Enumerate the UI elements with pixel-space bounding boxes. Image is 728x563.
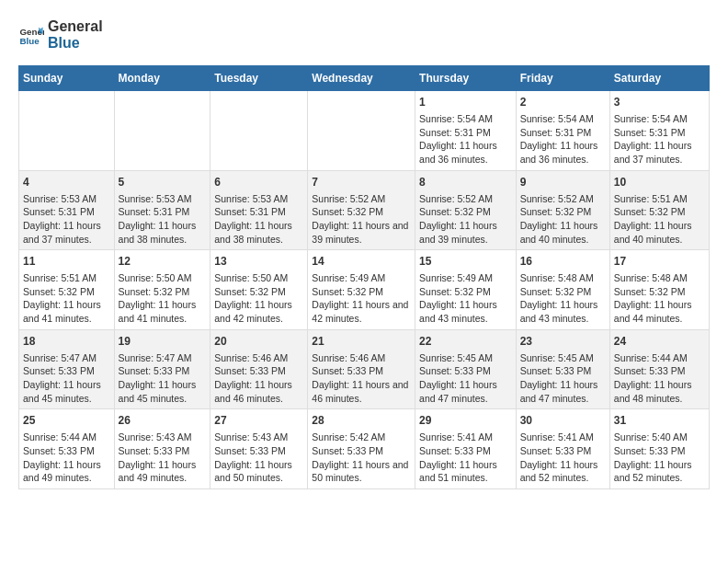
day-number: 7 [312,175,411,190]
day-number: 23 [520,334,606,350]
day-number: 15 [419,254,512,270]
day-info: Sunrise: 5:53 AM Sunset: 5:31 PM Dayligh… [119,192,207,247]
col-header-tuesday: Tuesday [210,66,308,91]
day-cell: 18Sunrise: 5:47 AM Sunset: 5:33 PM Dayli… [19,329,115,409]
day-info: Sunrise: 5:41 AM Sunset: 5:33 PM Dayligh… [419,431,512,485]
day-info: Sunrise: 5:44 AM Sunset: 5:33 PM Dayligh… [614,351,705,406]
day-number: 1 [419,95,512,110]
day-info: Sunrise: 5:53 AM Sunset: 5:31 PM Dayligh… [214,192,303,247]
day-info: Sunrise: 5:46 AM Sunset: 5:33 PM Dayligh… [214,351,303,406]
day-info: Sunrise: 5:52 AM Sunset: 5:32 PM Dayligh… [520,192,606,247]
day-cell: 17Sunrise: 5:48 AM Sunset: 5:32 PM Dayli… [609,250,709,330]
day-number: 24 [614,334,705,350]
col-header-thursday: Thursday [415,66,517,91]
day-info: Sunrise: 5:50 AM Sunset: 5:32 PM Dayligh… [119,271,207,326]
day-cell: 10Sunrise: 5:51 AM Sunset: 5:32 PM Dayli… [609,170,709,250]
day-number: 16 [520,254,606,270]
day-number: 27 [214,413,303,429]
day-number: 13 [214,254,303,270]
day-number: 25 [23,413,110,429]
page-header: General Blue General Blue [18,18,710,51]
day-info: Sunrise: 5:46 AM Sunset: 5:33 PM Dayligh… [312,351,411,406]
day-number: 2 [520,95,606,110]
day-info: Sunrise: 5:41 AM Sunset: 5:33 PM Dayligh… [520,431,606,485]
day-info: Sunrise: 5:47 AM Sunset: 5:33 PM Dayligh… [119,351,207,406]
day-cell: 3Sunrise: 5:54 AM Sunset: 5:31 PM Daylig… [609,91,709,171]
day-info: Sunrise: 5:40 AM Sunset: 5:33 PM Dayligh… [614,431,705,485]
day-cell: 29Sunrise: 5:41 AM Sunset: 5:33 PM Dayli… [415,409,517,489]
day-number: 4 [23,175,110,190]
day-info: Sunrise: 5:42 AM Sunset: 5:33 PM Dayligh… [312,431,411,485]
day-cell: 22Sunrise: 5:45 AM Sunset: 5:33 PM Dayli… [415,329,517,409]
day-cell: 9Sunrise: 5:52 AM Sunset: 5:32 PM Daylig… [516,170,609,250]
day-cell: 31Sunrise: 5:40 AM Sunset: 5:33 PM Dayli… [609,409,709,489]
day-cell: 25Sunrise: 5:44 AM Sunset: 5:33 PM Dayli… [19,409,115,489]
day-cell: 5Sunrise: 5:53 AM Sunset: 5:31 PM Daylig… [114,170,210,250]
day-info: Sunrise: 5:54 AM Sunset: 5:31 PM Dayligh… [520,112,606,167]
day-cell: 11Sunrise: 5:51 AM Sunset: 5:32 PM Dayli… [19,250,115,330]
day-number: 26 [119,413,207,429]
day-info: Sunrise: 5:51 AM Sunset: 5:32 PM Dayligh… [614,192,705,247]
day-cell [210,91,308,171]
day-cell: 20Sunrise: 5:46 AM Sunset: 5:33 PM Dayli… [210,329,308,409]
col-header-wednesday: Wednesday [308,66,415,91]
day-info: Sunrise: 5:49 AM Sunset: 5:32 PM Dayligh… [419,271,512,326]
logo-text-general: General [48,18,103,35]
col-header-friday: Friday [516,66,609,91]
day-number: 28 [312,413,411,429]
day-cell: 23Sunrise: 5:45 AM Sunset: 5:33 PM Dayli… [516,329,609,409]
day-cell: 27Sunrise: 5:43 AM Sunset: 5:33 PM Dayli… [210,409,308,489]
week-row-3: 11Sunrise: 5:51 AM Sunset: 5:32 PM Dayli… [19,250,710,330]
day-info: Sunrise: 5:48 AM Sunset: 5:32 PM Dayligh… [614,271,705,326]
week-row-4: 18Sunrise: 5:47 AM Sunset: 5:33 PM Dayli… [19,329,710,409]
day-cell: 26Sunrise: 5:43 AM Sunset: 5:33 PM Dayli… [114,409,210,489]
day-cell: 2Sunrise: 5:54 AM Sunset: 5:31 PM Daylig… [516,91,609,171]
day-cell: 14Sunrise: 5:49 AM Sunset: 5:32 PM Dayli… [308,250,415,330]
day-number: 12 [119,254,207,270]
day-cell: 13Sunrise: 5:50 AM Sunset: 5:32 PM Dayli… [210,250,308,330]
day-cell: 28Sunrise: 5:42 AM Sunset: 5:33 PM Dayli… [308,409,415,489]
day-info: Sunrise: 5:52 AM Sunset: 5:32 PM Dayligh… [419,192,512,247]
col-header-monday: Monday [114,66,210,91]
day-cell: 8Sunrise: 5:52 AM Sunset: 5:32 PM Daylig… [415,170,517,250]
day-cell: 4Sunrise: 5:53 AM Sunset: 5:31 PM Daylig… [19,170,115,250]
day-cell: 12Sunrise: 5:50 AM Sunset: 5:32 PM Dayli… [114,250,210,330]
day-cell: 6Sunrise: 5:53 AM Sunset: 5:31 PM Daylig… [210,170,308,250]
day-info: Sunrise: 5:45 AM Sunset: 5:33 PM Dayligh… [520,351,606,406]
day-cell: 15Sunrise: 5:49 AM Sunset: 5:32 PM Dayli… [415,250,517,330]
day-number: 11 [23,254,110,270]
day-cell [19,91,115,171]
calendar-table: SundayMondayTuesdayWednesdayThursdayFrid… [18,65,710,489]
day-info: Sunrise: 5:43 AM Sunset: 5:33 PM Dayligh… [214,431,303,485]
day-info: Sunrise: 5:47 AM Sunset: 5:33 PM Dayligh… [23,351,110,406]
day-number: 6 [214,175,303,190]
day-number: 5 [119,175,207,190]
day-info: Sunrise: 5:51 AM Sunset: 5:32 PM Dayligh… [23,271,110,326]
day-cell: 21Sunrise: 5:46 AM Sunset: 5:33 PM Dayli… [308,329,415,409]
day-number: 29 [419,413,512,429]
day-number: 3 [614,95,705,110]
day-number: 18 [23,334,110,350]
col-header-saturday: Saturday [609,66,709,91]
day-cell: 30Sunrise: 5:41 AM Sunset: 5:33 PM Dayli… [516,409,609,489]
day-number: 19 [119,334,207,350]
day-number: 22 [419,334,512,350]
week-row-2: 4Sunrise: 5:53 AM Sunset: 5:31 PM Daylig… [19,170,710,250]
day-number: 10 [614,175,705,190]
day-info: Sunrise: 5:54 AM Sunset: 5:31 PM Dayligh… [419,112,512,167]
day-number: 14 [312,254,411,270]
day-number: 20 [214,334,303,350]
day-cell: 1Sunrise: 5:54 AM Sunset: 5:31 PM Daylig… [415,91,517,171]
day-cell: 16Sunrise: 5:48 AM Sunset: 5:32 PM Dayli… [516,250,609,330]
day-number: 17 [614,254,705,270]
day-info: Sunrise: 5:52 AM Sunset: 5:32 PM Dayligh… [312,192,411,247]
svg-text:Blue: Blue [19,35,40,45]
day-number: 8 [419,175,512,190]
day-number: 31 [614,413,705,429]
day-info: Sunrise: 5:48 AM Sunset: 5:32 PM Dayligh… [520,271,606,326]
day-info: Sunrise: 5:45 AM Sunset: 5:33 PM Dayligh… [419,351,512,406]
day-info: Sunrise: 5:49 AM Sunset: 5:32 PM Dayligh… [312,271,411,326]
day-info: Sunrise: 5:54 AM Sunset: 5:31 PM Dayligh… [614,112,705,167]
col-header-sunday: Sunday [19,66,115,91]
day-number: 30 [520,413,606,429]
